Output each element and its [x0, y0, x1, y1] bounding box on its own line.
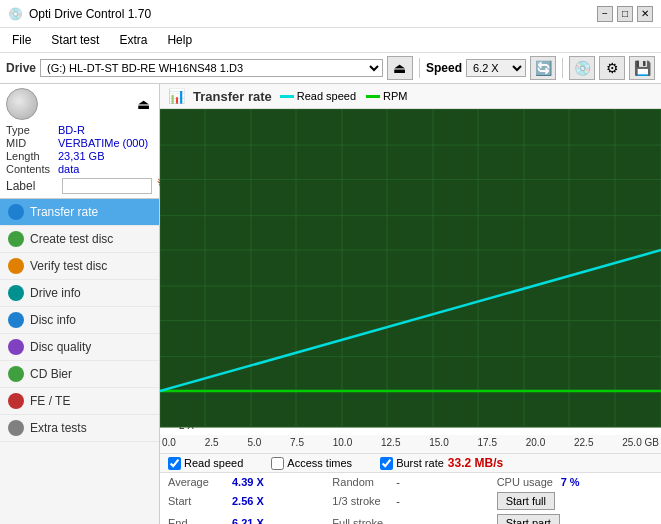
contents-value: data	[58, 163, 79, 175]
x-label-150: 15.0	[429, 437, 448, 453]
nav-icon-extra-tests	[8, 420, 24, 436]
x-label-125: 12.5	[381, 437, 400, 453]
chart-svg	[160, 109, 661, 453]
stats-row: Read speed Access times Burst rate 33.2 …	[160, 453, 661, 472]
contents-label: Contents	[6, 163, 58, 175]
refresh-button[interactable]: 🔄	[530, 56, 556, 80]
x-label-200: 20.0	[526, 437, 545, 453]
random-dash: -	[396, 476, 400, 488]
nav-item-fe-te[interactable]: FE / TE	[0, 388, 159, 415]
legend-read-speed: Read speed	[297, 90, 356, 102]
label-input[interactable]	[62, 178, 152, 194]
app-icon: 💿	[8, 7, 23, 21]
drive-select[interactable]: (G:) HL-DT-ST BD-RE WH16NS48 1.D3	[40, 59, 383, 77]
speed-label: Speed	[426, 61, 462, 75]
app-title: Opti Drive Control 1.70	[29, 7, 151, 21]
nav-item-drive-info[interactable]: Drive info	[0, 280, 159, 307]
nav-item-disc-info[interactable]: Disc info	[0, 307, 159, 334]
burst-rate-check-label[interactable]: Burst rate	[380, 457, 444, 470]
chart-legend: Read speed RPM	[280, 90, 408, 102]
disc-image	[6, 88, 38, 120]
nav-item-create-test-disc[interactable]: Create test disc	[0, 226, 159, 253]
x-label-175: 17.5	[478, 437, 497, 453]
nav-item-cd-bier[interactable]: CD Bier	[0, 361, 159, 388]
x-label-25: 2.5	[205, 437, 219, 453]
nav-icon-disc-quality	[8, 339, 24, 355]
x-label-0: 0.0	[162, 437, 176, 453]
nav-icon-transfer-rate	[8, 204, 24, 220]
x-axis: 0.0 2.5 5.0 7.5 10.0 12.5 15.0 17.5 20.0…	[160, 435, 661, 453]
eject-button[interactable]: ⏏	[387, 56, 413, 80]
nav-item-extra-tests[interactable]: Extra tests	[0, 415, 159, 442]
disc-panel: ⏏ Type BD-R MID VERBATIMe (000) Length 2…	[0, 84, 159, 199]
speed-select[interactable]: 6.2 X4.0 X8.0 X	[466, 59, 526, 77]
x-label-225: 22.5	[574, 437, 593, 453]
nav-item-transfer-rate[interactable]: Transfer rate	[0, 199, 159, 226]
cpu-cell: CPU usage 7 %	[497, 475, 653, 489]
menu-start-test[interactable]: Start test	[47, 31, 103, 49]
start-cell: Start 2.56 X	[168, 491, 324, 511]
average-value: 4.39 X	[232, 476, 264, 488]
menu-extra[interactable]: Extra	[115, 31, 151, 49]
random-cell: Random -	[332, 475, 488, 489]
start-value: 2.56 X	[232, 495, 264, 507]
access-times-checkbox[interactable]	[271, 457, 284, 470]
chart-area: 📊 Transfer rate Read speed RPM 18 X 16 X…	[160, 84, 661, 524]
end-cell: End 6.21 X	[168, 513, 324, 524]
mid-label: MID	[6, 137, 58, 149]
nav-icon-create-test-disc	[8, 231, 24, 247]
nav-icon-cd-bier	[8, 366, 24, 382]
burst-rate-value: 33.2 MB/s	[448, 456, 503, 470]
nav-icon-fe-te	[8, 393, 24, 409]
x-label-75: 7.5	[290, 437, 304, 453]
close-button[interactable]: ✕	[637, 6, 653, 22]
label-label: Label	[6, 179, 58, 193]
full-stroke-dash: -	[396, 517, 400, 524]
drive-label: Drive	[6, 61, 36, 75]
chart-title: Transfer rate	[193, 89, 272, 104]
details-grid: Average 4.39 X Random - CPU usage 7 % St…	[160, 472, 661, 524]
type-label: Type	[6, 124, 58, 136]
start-full-button[interactable]: Start full	[497, 492, 555, 510]
legend-rpm: RPM	[383, 90, 407, 102]
end-value: 6.21 X	[232, 517, 264, 524]
full-stroke-cell: Full stroke -	[332, 513, 488, 524]
type-value: BD-R	[58, 124, 85, 136]
save-button[interactable]: 💾	[629, 56, 655, 80]
start-full-cell: Start full	[497, 491, 653, 511]
start-part-button[interactable]: Start part	[497, 514, 560, 524]
nav-section: Transfer rate Create test disc Verify te…	[0, 199, 159, 524]
separator2	[562, 58, 563, 78]
main-layout: ⏏ Type BD-R MID VERBATIMe (000) Length 2…	[0, 84, 661, 524]
settings-button[interactable]: ⚙	[599, 56, 625, 80]
nav-item-disc-quality[interactable]: Disc quality	[0, 334, 159, 361]
nav-icon-disc-info	[8, 312, 24, 328]
start-part-cell: Start part	[497, 513, 653, 524]
read-speed-checkbox[interactable]	[168, 457, 181, 470]
chart-plot: 0.0 2.5 5.0 7.5 10.0 12.5 15.0 17.5 20.0…	[160, 109, 661, 453]
mid-value: VERBATIMe (000)	[58, 137, 148, 149]
toolbar: Drive (G:) HL-DT-ST BD-RE WH16NS48 1.D3 …	[0, 53, 661, 84]
burst-rate-checkbox[interactable]	[380, 457, 393, 470]
nav-icon-verify-test-disc	[8, 258, 24, 274]
length-label: Length	[6, 150, 58, 162]
x-label-250: 25.0 GB	[622, 437, 659, 453]
nav-item-verify-test-disc[interactable]: Verify test disc	[0, 253, 159, 280]
disc-eject-icon[interactable]: ⏏	[137, 96, 153, 112]
access-times-check-label[interactable]: Access times	[271, 457, 352, 470]
read-speed-check-label[interactable]: Read speed	[168, 457, 243, 470]
menu-file[interactable]: File	[8, 31, 35, 49]
legend-rpm-color	[366, 95, 380, 98]
cpu-value: 7 %	[561, 476, 580, 488]
average-cell: Average 4.39 X	[168, 475, 324, 489]
disc-button[interactable]: 💿	[569, 56, 595, 80]
svg-rect-0	[160, 109, 661, 427]
maximize-button[interactable]: □	[617, 6, 633, 22]
stroke13-dash: -	[396, 495, 400, 507]
menu-help[interactable]: Help	[163, 31, 196, 49]
minimize-button[interactable]: −	[597, 6, 613, 22]
x-label-100: 10.0	[333, 437, 352, 453]
nav-icon-drive-info	[8, 285, 24, 301]
chart-icon: 📊	[168, 88, 185, 104]
legend-read-speed-color	[280, 95, 294, 98]
